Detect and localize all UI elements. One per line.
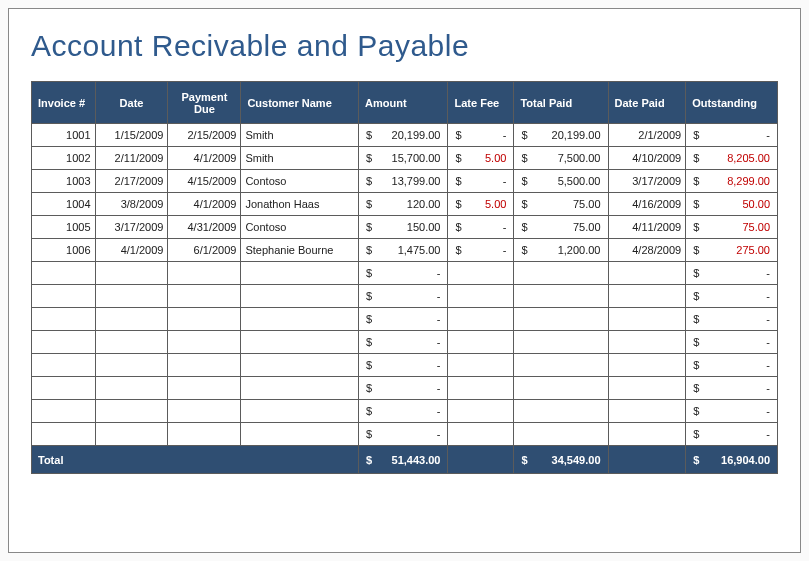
cell-empty[interactable] [448,308,514,331]
cell-amount[interactable]: $15,700.00 [359,147,448,170]
cell-date[interactable]: 4/1/2009 [95,239,168,262]
cell-empty[interactable] [608,354,686,377]
cell-amount[interactable]: $- [359,400,448,423]
cell-late-fee[interactable]: $- [448,216,514,239]
cell-empty[interactable] [448,400,514,423]
cell-outstanding[interactable]: $- [686,285,778,308]
col-date-paid[interactable]: Date Paid [608,82,686,124]
cell-empty[interactable] [448,262,514,285]
cell-late-fee[interactable]: $5.00 [448,193,514,216]
cell-amount[interactable]: $- [359,354,448,377]
cell-outstanding[interactable]: $75.00 [686,216,778,239]
cell-empty[interactable] [95,308,168,331]
cell-payment-due[interactable]: 4/1/2009 [168,193,241,216]
cell-empty[interactable] [608,262,686,285]
cell-empty[interactable] [168,262,241,285]
cell-amount[interactable]: $- [359,308,448,331]
cell-empty[interactable] [168,377,241,400]
cell-empty[interactable] [32,354,96,377]
cell-date-paid[interactable]: 4/28/2009 [608,239,686,262]
cell-empty[interactable] [514,400,608,423]
cell-empty[interactable] [168,354,241,377]
cell-amount[interactable]: $- [359,331,448,354]
cell-empty[interactable] [32,331,96,354]
cell-date-paid[interactable]: 4/16/2009 [608,193,686,216]
cell-outstanding[interactable]: $- [686,124,778,147]
cell-empty[interactable] [514,262,608,285]
cell-outstanding[interactable]: $275.00 [686,239,778,262]
cell-payment-due[interactable]: 4/31/2009 [168,216,241,239]
cell-empty[interactable] [448,285,514,308]
cell-amount[interactable]: $- [359,262,448,285]
cell-outstanding[interactable]: $- [686,354,778,377]
cell-outstanding[interactable]: $- [686,331,778,354]
cell-customer[interactable]: Jonathon Haas [241,193,359,216]
cell-outstanding[interactable]: $- [686,262,778,285]
col-payment-due[interactable]: Payment Due [168,82,241,124]
cell-empty[interactable] [448,377,514,400]
cell-date-paid[interactable]: 3/17/2009 [608,170,686,193]
col-amount[interactable]: Amount [359,82,448,124]
col-total-paid[interactable]: Total Paid [514,82,608,124]
cell-empty[interactable] [32,285,96,308]
cell-empty[interactable] [514,331,608,354]
cell-empty[interactable] [608,285,686,308]
cell-total-paid[interactable]: $5,500.00 [514,170,608,193]
cell-date[interactable]: 3/17/2009 [95,216,168,239]
cell-empty[interactable] [448,354,514,377]
cell-empty[interactable] [514,354,608,377]
cell-invoice[interactable]: 1005 [32,216,96,239]
cell-late-fee[interactable]: $- [448,170,514,193]
cell-outstanding[interactable]: $- [686,400,778,423]
cell-empty[interactable] [448,423,514,446]
col-invoice[interactable]: Invoice # [32,82,96,124]
cell-date[interactable]: 3/8/2009 [95,193,168,216]
cell-empty[interactable] [241,285,359,308]
col-customer-name[interactable]: Customer Name [241,82,359,124]
cell-customer[interactable]: Contoso [241,170,359,193]
cell-invoice[interactable]: 1003 [32,170,96,193]
cell-amount[interactable]: $150.00 [359,216,448,239]
cell-customer[interactable]: Smith [241,147,359,170]
cell-empty[interactable] [32,308,96,331]
cell-outstanding[interactable]: $50.00 [686,193,778,216]
cell-empty[interactable] [168,400,241,423]
cell-empty[interactable] [168,331,241,354]
cell-empty[interactable] [95,331,168,354]
cell-amount[interactable]: $13,799.00 [359,170,448,193]
cell-amount[interactable]: $- [359,377,448,400]
cell-payment-due[interactable]: 4/15/2009 [168,170,241,193]
cell-outstanding[interactable]: $- [686,423,778,446]
cell-date-paid[interactable]: 4/11/2009 [608,216,686,239]
cell-empty[interactable] [448,331,514,354]
cell-total-paid[interactable]: $1,200.00 [514,239,608,262]
cell-empty[interactable] [241,331,359,354]
cell-empty[interactable] [95,285,168,308]
cell-empty[interactable] [514,308,608,331]
cell-customer[interactable]: Stephanie Bourne [241,239,359,262]
col-late-fee[interactable]: Late Fee [448,82,514,124]
cell-empty[interactable] [168,308,241,331]
cell-empty[interactable] [514,285,608,308]
cell-empty[interactable] [241,354,359,377]
cell-amount[interactable]: $- [359,285,448,308]
cell-total-paid[interactable]: $75.00 [514,193,608,216]
cell-amount[interactable]: $- [359,423,448,446]
cell-empty[interactable] [241,308,359,331]
cell-outstanding[interactable]: $8,299.00 [686,170,778,193]
cell-outstanding[interactable]: $- [686,377,778,400]
cell-date[interactable]: 2/11/2009 [95,147,168,170]
cell-late-fee[interactable]: $- [448,124,514,147]
cell-empty[interactable] [168,423,241,446]
cell-empty[interactable] [95,262,168,285]
cell-invoice[interactable]: 1002 [32,147,96,170]
cell-invoice[interactable]: 1001 [32,124,96,147]
cell-date[interactable]: 2/17/2009 [95,170,168,193]
cell-date-paid[interactable]: 2/1/2009 [608,124,686,147]
cell-empty[interactable] [95,354,168,377]
cell-customer[interactable]: Contoso [241,216,359,239]
cell-outstanding[interactable]: $- [686,308,778,331]
cell-empty[interactable] [608,377,686,400]
cell-empty[interactable] [32,262,96,285]
cell-empty[interactable] [95,400,168,423]
